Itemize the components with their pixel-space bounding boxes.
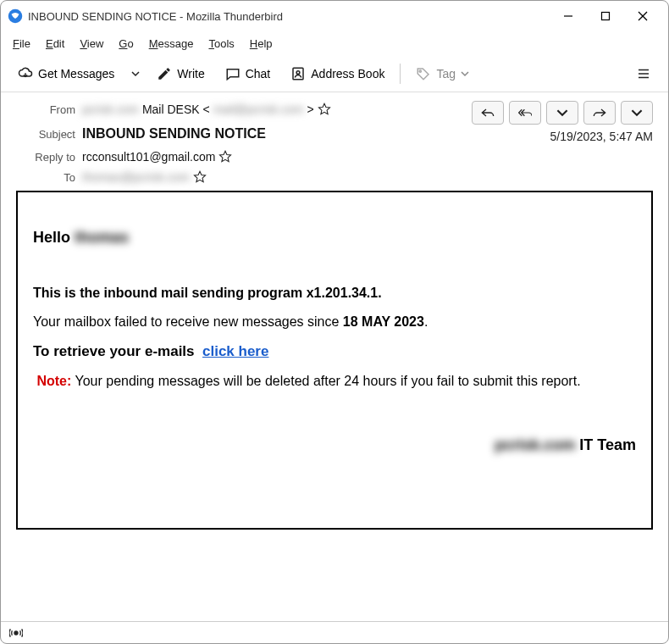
hello-text: Hello bbox=[33, 229, 75, 246]
reply-buttons bbox=[472, 101, 653, 125]
more-actions-dropdown[interactable] bbox=[621, 101, 653, 125]
reply-button[interactable] bbox=[472, 101, 504, 125]
star-icon[interactable] bbox=[318, 103, 331, 116]
svg-point-11 bbox=[14, 631, 18, 635]
sig-domain-blur: pcrisk.com bbox=[495, 436, 575, 453]
body-line2: Your mailbox failed to receive new messa… bbox=[33, 312, 636, 332]
pencil-icon bbox=[157, 66, 172, 81]
menu-view[interactable]: View bbox=[73, 36, 110, 52]
from-domain-blur: pcrisk.com bbox=[82, 103, 139, 116]
forward-icon bbox=[593, 107, 606, 119]
chevron-down-icon bbox=[630, 107, 644, 119]
message-headers: From pcrisk.com Mail DESK < mail@pcrisk.… bbox=[1, 92, 668, 191]
write-button[interactable]: Write bbox=[148, 61, 213, 86]
svg-point-6 bbox=[296, 70, 300, 74]
hello-name-blur: thomas bbox=[75, 229, 129, 246]
to-email-blur: thomas@pcrisk.com bbox=[82, 170, 190, 184]
from-value: pcrisk.com Mail DESK < mail@pcrisk.com > bbox=[82, 103, 465, 116]
from-suffix: > bbox=[307, 103, 313, 116]
write-label: Write bbox=[177, 67, 204, 80]
menu-edit[interactable]: Edit bbox=[39, 36, 71, 52]
toolbar-separator bbox=[400, 64, 401, 84]
get-messages-button[interactable]: Get Messages bbox=[9, 61, 123, 86]
thunderbird-icon bbox=[8, 8, 23, 24]
note-line: Note: Your pending messages will be dele… bbox=[33, 371, 636, 391]
get-messages-dropdown[interactable] bbox=[126, 64, 145, 83]
subject-value: INBOUND SENDING NOTICE bbox=[82, 126, 465, 142]
greeting: Hello thomas bbox=[33, 226, 636, 249]
app-window: INBOUND SENDING NOTICE - Mozilla Thunder… bbox=[0, 0, 669, 644]
tag-icon bbox=[416, 66, 431, 81]
tag-label: Tag bbox=[436, 67, 456, 80]
menu-help[interactable]: Help bbox=[243, 36, 279, 52]
chat-icon bbox=[225, 66, 241, 81]
menu-message[interactable]: Message bbox=[142, 36, 201, 52]
tag-button[interactable]: Tag bbox=[407, 61, 478, 86]
from-label: From bbox=[16, 103, 75, 116]
note-label: Note: bbox=[36, 374, 71, 388]
star-icon[interactable] bbox=[218, 150, 232, 164]
line2c: . bbox=[424, 314, 428, 329]
from-email-blur: mail@pcrisk.com bbox=[213, 103, 304, 116]
chat-button[interactable]: Chat bbox=[217, 61, 279, 86]
reply-dropdown[interactable] bbox=[546, 101, 578, 125]
window-title: INBOUND SENDING NOTICE - Mozilla Thunder… bbox=[28, 10, 283, 23]
address-book-icon bbox=[290, 66, 306, 81]
message-date: 5/19/2023, 5:47 AM bbox=[550, 130, 653, 143]
toolbar: Get Messages Write Chat Address Book Tag bbox=[1, 55, 668, 92]
click-here-link[interactable]: click here bbox=[202, 343, 268, 359]
online-status-icon[interactable] bbox=[9, 626, 23, 640]
close-button[interactable] bbox=[624, 3, 661, 29]
line2a: Your mailbox failed to receive new messa… bbox=[33, 314, 343, 329]
to-value: thomas@pcrisk.com bbox=[82, 170, 465, 184]
message-body-wrap: Hello thomas This is the inbound mail se… bbox=[1, 191, 668, 621]
chevron-down-icon bbox=[556, 107, 569, 119]
sig-text: IT Team bbox=[575, 436, 636, 453]
retrieve-text: To retrieve your e-mails bbox=[33, 343, 198, 359]
get-messages-label: Get Messages bbox=[38, 67, 114, 80]
replyto-label: Reply to bbox=[16, 151, 75, 164]
retrieve-line: To retrieve your e-mails click here bbox=[33, 341, 636, 363]
chevron-down-icon bbox=[461, 69, 469, 78]
svg-rect-2 bbox=[602, 13, 610, 20]
app-menu-button[interactable] bbox=[628, 61, 660, 86]
subject-label: Subject bbox=[16, 128, 75, 141]
line2-date: 18 MAY 2023 bbox=[343, 314, 424, 329]
body-line1: This is the inbound mail sending program… bbox=[33, 283, 636, 303]
reply-icon bbox=[481, 107, 495, 119]
note-text: Your pending messages will be deleted af… bbox=[71, 374, 580, 388]
download-cloud-icon bbox=[18, 66, 33, 81]
message-body: Hello thomas This is the inbound mail se… bbox=[16, 191, 653, 530]
hamburger-icon bbox=[636, 66, 651, 81]
chat-label: Chat bbox=[246, 67, 271, 80]
menubar: File Edit View Go Message Tools Help bbox=[1, 31, 668, 55]
star-icon[interactable] bbox=[193, 170, 207, 184]
replyto-value: rcconsult101@gmail.com bbox=[82, 150, 465, 164]
svg-point-7 bbox=[420, 69, 422, 71]
menu-tools[interactable]: Tools bbox=[202, 36, 241, 52]
address-book-label: Address Book bbox=[311, 67, 384, 80]
forward-button[interactable] bbox=[583, 101, 616, 125]
menu-go[interactable]: Go bbox=[112, 36, 140, 52]
replyto-email: rcconsult101@gmail.com bbox=[82, 150, 215, 164]
signature: pcrisk.com IT Team bbox=[33, 434, 636, 457]
minimize-button[interactable] bbox=[550, 3, 587, 29]
titlebar: INBOUND SENDING NOTICE - Mozilla Thunder… bbox=[1, 1, 668, 31]
to-label: To bbox=[16, 171, 75, 184]
statusbar bbox=[1, 621, 668, 643]
reply-all-button[interactable] bbox=[509, 101, 541, 125]
from-text: Mail DESK < bbox=[142, 103, 210, 116]
maximize-button[interactable] bbox=[587, 3, 624, 29]
reply-all-icon bbox=[518, 107, 532, 119]
menu-file[interactable]: File bbox=[6, 36, 37, 52]
address-book-button[interactable]: Address Book bbox=[282, 61, 393, 86]
chevron-down-icon bbox=[131, 69, 140, 78]
